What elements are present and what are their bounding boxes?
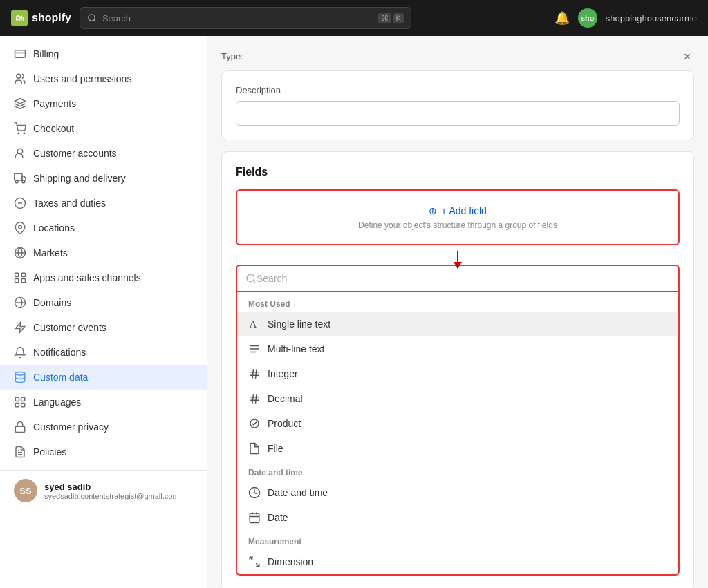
search-input[interactable] — [102, 13, 373, 23]
dropdown-item-multi-line-text[interactable]: Multi-line text — [237, 336, 678, 361]
calendar-icon — [248, 511, 261, 524]
dropdown-item-label: Single line text — [268, 319, 330, 330]
topnav-right-actions: 🔔 sho shoppinghousenearme — [555, 8, 697, 28]
sidebar-item-domains[interactable]: Domains — [0, 290, 207, 315]
measurement-section-label: Measurement — [237, 530, 678, 549]
sidebar-item-custom-data[interactable]: Custom data — [0, 365, 207, 390]
fields-heading: Fields — [236, 166, 680, 178]
dropdown-item-label: Date — [268, 512, 288, 523]
k-key: K — [393, 13, 404, 23]
dropdown-item-label: Integer — [268, 368, 298, 379]
dropdown-item-file[interactable]: File — [237, 436, 678, 461]
dropdown-item-decimal[interactable]: Decimal — [237, 386, 678, 411]
svg-text:A: A — [250, 319, 257, 330]
red-arrow-icon — [451, 251, 465, 270]
sidebar-item-billing[interactable]: Billing — [0, 41, 207, 66]
users-icon — [14, 73, 26, 85]
customer-events-icon — [14, 321, 26, 334]
checkout-icon — [14, 122, 26, 135]
user-avatar: SS — [14, 479, 37, 502]
svg-point-10 — [22, 180, 25, 183]
sidebar-item-label: Apps and sales channels — [33, 272, 141, 283]
svg-point-13 — [19, 225, 22, 229]
integer-hash-icon — [248, 368, 261, 380]
sidebar-item-label: Customer events — [33, 322, 106, 333]
description-card: Description — [221, 70, 694, 140]
sidebar-item-label: Custom data — [33, 372, 88, 383]
add-field-plus-icon: ⊕ — [429, 205, 437, 216]
dropdown-item-single-line-text[interactable]: A Single line text — [237, 312, 678, 336]
dropdown-item-label: File — [268, 443, 283, 454]
field-search-input[interactable] — [257, 273, 670, 284]
dropdown-item-date-and-time[interactable]: Date and time — [237, 480, 678, 505]
sidebar-item-customer-accounts[interactable]: Customer accounts — [0, 141, 207, 166]
sidebar-item-policies[interactable]: Policies — [0, 439, 207, 464]
field-type-dropdown: Most Used A Single line text Multi-line … — [236, 292, 680, 576]
add-field-button[interactable]: ⊕ + Add field — [429, 205, 487, 216]
sidebar-item-checkout[interactable]: Checkout — [0, 116, 207, 141]
multiline-text-icon — [248, 343, 261, 355]
svg-rect-16 — [15, 273, 19, 276]
svg-rect-18 — [15, 279, 19, 283]
dropdown-item-dimension[interactable]: Dimension — [237, 549, 678, 574]
sidebar-item-label: Languages — [33, 397, 81, 408]
dropdown-item-integer[interactable]: Integer — [237, 361, 678, 386]
sidebar-item-label: Checkout — [33, 123, 74, 134]
notifications-icon — [14, 346, 26, 359]
sidebar-item-markets[interactable]: Markets — [0, 240, 207, 265]
description-input[interactable] — [236, 101, 680, 126]
svg-marker-32 — [454, 262, 462, 269]
main-layout: Billing Users and permissions Payments C… — [0, 36, 708, 588]
clock-icon — [248, 486, 261, 499]
dropdown-item-label: Decimal — [268, 393, 303, 404]
sidebar-item-notifications[interactable]: Notifications — [0, 340, 207, 365]
store-avatar: sho — [578, 8, 597, 28]
sidebar-item-shipping[interactable]: Shipping and delivery — [0, 166, 207, 191]
user-info: syed sadib syedsadib.contentstrategist@g… — [44, 482, 179, 500]
dropdown-item-product[interactable]: Product — [237, 411, 678, 436]
languages-icon — [14, 396, 26, 408]
sidebar-item-payments[interactable]: Payments — [0, 91, 207, 116]
sidebar-item-languages[interactable]: Languages — [0, 390, 207, 415]
svg-rect-24 — [15, 397, 19, 401]
cmd-key: ⌘ — [378, 13, 391, 23]
date-time-section-label: Date and time — [237, 461, 678, 480]
sidebar-item-label: Billing — [33, 48, 59, 59]
svg-line-34 — [253, 281, 255, 283]
svg-rect-25 — [15, 404, 19, 407]
close-button[interactable]: × — [678, 47, 697, 66]
dropdown-item-label: Date and time — [268, 487, 328, 498]
sidebar: Billing Users and permissions Payments C… — [0, 36, 207, 588]
shopify-text: shopify — [32, 12, 71, 24]
sidebar-item-apps[interactable]: Apps and sales channels — [0, 265, 207, 290]
svg-rect-28 — [15, 426, 25, 432]
shipping-icon — [14, 172, 26, 184]
search-icon — [87, 13, 97, 23]
svg-rect-49 — [250, 513, 259, 523]
svg-point-0 — [88, 15, 95, 21]
add-field-container: ⊕ + Add field Define your object's struc… — [236, 189, 680, 245]
sidebar-item-users[interactable]: Users and permissions — [0, 66, 207, 91]
sidebar-item-label: Locations — [33, 222, 75, 234]
decimal-hash-icon — [248, 392, 261, 405]
sidebar-item-locations[interactable]: Locations — [0, 216, 207, 240]
sidebar-item-customer-events[interactable]: Customer events — [0, 315, 207, 340]
sidebar-item-customer-privacy[interactable]: Customer privacy — [0, 415, 207, 439]
sidebar-item-taxes[interactable]: Taxes and duties — [0, 191, 207, 216]
svg-line-46 — [256, 394, 257, 404]
user-avatar-text: SS — [19, 486, 31, 496]
dropdown-item-date[interactable]: Date — [237, 505, 678, 530]
sidebar-item-label: Notifications — [33, 347, 86, 358]
dropdown-item-label: Multi-line text — [268, 343, 324, 354]
svg-point-23 — [15, 372, 25, 376]
policies-icon — [14, 446, 26, 458]
type-row: Type: — [221, 50, 694, 62]
add-field-label: + Add field — [441, 205, 487, 216]
svg-point-6 — [24, 133, 25, 134]
custom-data-icon — [14, 371, 26, 383]
notifications-bell-icon[interactable]: 🔔 — [555, 10, 570, 26]
global-search-bar[interactable]: ⌘ K — [80, 7, 411, 29]
sidebar-item-label: Markets — [33, 247, 68, 258]
sidebar-item-label: Domains — [33, 297, 71, 308]
svg-point-9 — [15, 180, 18, 183]
